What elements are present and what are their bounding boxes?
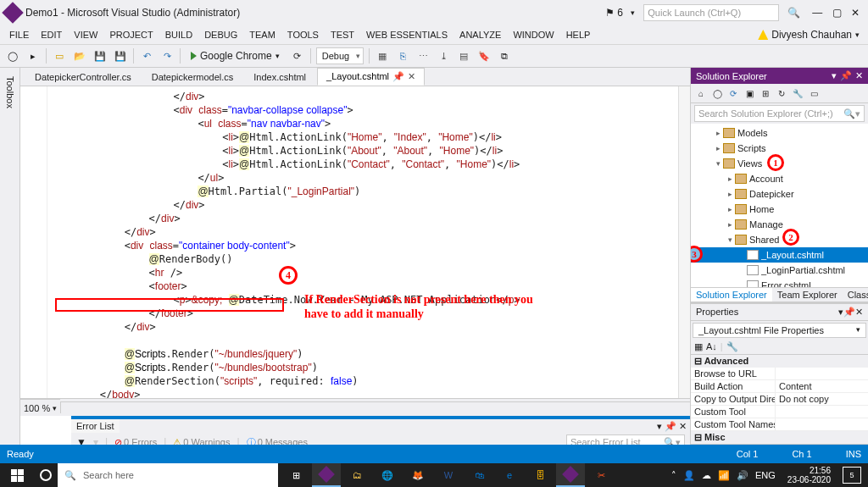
se-bottom-tab[interactable]: Team Explorer	[772, 288, 843, 302]
se-collapse-button[interactable]: ▣	[743, 86, 756, 100]
taskbar-app-ssms[interactable]: 🗄	[526, 463, 554, 487]
se-close-button[interactable]: ✕	[855, 70, 863, 81]
property-row[interactable]: Copy to Output DirecDo not copy	[691, 393, 868, 406]
tree-folder[interactable]: ▸Datepicker	[691, 186, 868, 202]
alphabetical-button[interactable]: A↓	[706, 341, 717, 352]
menu-window[interactable]: WINDOW	[507, 28, 559, 42]
menu-tools[interactable]: TOOLS	[281, 28, 325, 42]
se-back-button[interactable]: ◯	[710, 86, 724, 100]
tb-icon-6[interactable]: 🔖	[476, 48, 492, 64]
close-button[interactable]: ✕	[851, 7, 860, 19]
quick-launch-input[interactable]: Quick Launch (Ctrl+Q)	[643, 4, 779, 21]
se-showall-button[interactable]: ⊞	[759, 86, 772, 100]
refresh-button[interactable]: ⟳	[290, 48, 305, 64]
maximize-button[interactable]: ▢	[832, 7, 842, 19]
horizontal-scrollbar[interactable]	[60, 401, 690, 413]
tb-icon-3[interactable]: ⋯	[415, 48, 431, 64]
new-project-button[interactable]: ▭	[52, 48, 67, 64]
properties-category-advanced[interactable]: ⊟ Advanced	[691, 355, 868, 368]
taskbar-app-store[interactable]: 🛍	[465, 463, 493, 487]
menu-view[interactable]: VIEW	[68, 28, 103, 42]
cortana-button[interactable]	[34, 463, 58, 487]
taskbar-app-edge[interactable]: e	[495, 463, 524, 487]
tree-file[interactable]: _Layout.cshtml	[691, 247, 868, 263]
se-dropdown-button[interactable]: ▾	[832, 70, 837, 81]
open-button[interactable]: 📂	[72, 48, 87, 64]
menu-test[interactable]: TEST	[325, 28, 360, 42]
se-sync-button[interactable]: ⟳	[726, 86, 740, 100]
se-preview-button[interactable]: ▭	[807, 86, 821, 100]
se-bottom-tab[interactable]: Class View	[843, 288, 868, 302]
tray-clock[interactable]: 21:56 23-06-2020	[782, 466, 836, 484]
panel-dropdown-button[interactable]: ▾	[657, 421, 662, 431]
taskbar-search-input[interactable]: 🔍 Search here	[58, 463, 278, 487]
task-view-button[interactable]: ⊞	[281, 463, 310, 487]
tray-network-icon[interactable]: 📶	[718, 470, 730, 481]
tray-onedrive-icon[interactable]: ☁	[702, 470, 711, 481]
doc-tab[interactable]: Index.cshtml	[244, 69, 315, 86]
categorize-button[interactable]: ▦	[694, 341, 703, 352]
property-row[interactable]: Build ActionContent	[691, 380, 868, 393]
configuration-dropdown[interactable]: Debug	[316, 47, 364, 64]
taskbar-app-chrome[interactable]: 🌐	[373, 463, 402, 487]
tb-icon-7[interactable]: ⧉	[497, 48, 512, 64]
tree-folder[interactable]: ▾Shared	[691, 232, 868, 247]
taskbar-app-vs[interactable]	[312, 463, 341, 487]
properties-category-misc[interactable]: ⊟ Misc	[691, 431, 868, 444]
se-pin-button[interactable]: 📌	[840, 70, 852, 81]
tree-folder[interactable]: ▸Manage	[691, 217, 868, 232]
tree-folder[interactable]: ▸Home	[691, 202, 868, 217]
properties-grid[interactable]: ⊟ Advanced Browse to URLBuild ActionCont…	[691, 355, 868, 444]
taskbar-app-explorer[interactable]: 🗂	[342, 463, 371, 487]
tree-folder[interactable]: ▸Models	[691, 125, 868, 141]
taskbar-app-word[interactable]: W	[434, 463, 463, 487]
tray-volume-icon[interactable]: 🔊	[737, 470, 748, 481]
save-button[interactable]: 💾	[92, 48, 108, 64]
menu-help[interactable]: HELP	[560, 28, 597, 42]
start-debug-button[interactable]: Google Chrome ▾	[186, 48, 285, 64]
taskbar-app-vs2[interactable]	[556, 463, 585, 487]
solution-explorer-tree[interactable]: 1 2 3 ▸Models▸Scripts▾Views▸Account▸Date…	[691, 124, 868, 287]
property-row[interactable]: Custom Tool Namesp	[691, 418, 868, 431]
doc-tab[interactable]: _Layout.cshtml📌✕	[317, 68, 425, 86]
menu-build[interactable]: BUILD	[159, 28, 198, 42]
se-bottom-tab[interactable]: Solution Explorer	[691, 288, 772, 302]
vertical-scrollbar[interactable]	[678, 86, 690, 398]
search-icon[interactable]: 🔍	[787, 7, 800, 19]
zoom-level-dropdown[interactable]: 100 % ▾	[20, 399, 60, 416]
props-tool-button[interactable]: 🔧	[726, 341, 738, 352]
panel-pin-button[interactable]: 📌	[665, 421, 676, 431]
tray-people-icon[interactable]: 👤	[683, 470, 695, 481]
doc-tab[interactable]: DatepickerController.cs	[25, 69, 141, 86]
nav-back-button[interactable]: ◯	[5, 48, 20, 64]
panel-close-button[interactable]: ✕	[679, 421, 687, 431]
action-center-button[interactable]: 5	[843, 467, 861, 484]
save-all-button[interactable]: 💾	[113, 48, 128, 64]
toolbox-panel-collapsed[interactable]: Toolbox	[0, 68, 20, 462]
se-properties-button[interactable]: 🔧	[791, 86, 804, 100]
se-home-button[interactable]: ⌂	[694, 86, 708, 100]
tree-file[interactable]: Error.cshtml	[691, 278, 868, 287]
property-row[interactable]: Custom Tool	[691, 406, 868, 418]
taskbar-app-firefox[interactable]: 🦊	[403, 463, 432, 487]
tray-language[interactable]: ENG	[755, 470, 776, 480]
solution-explorer-search-input[interactable]: Search Solution Explorer (Ctrl+;) 🔍▾	[694, 105, 865, 122]
props-pin-button[interactable]: 📌	[843, 307, 855, 317]
doc-tab[interactable]: Datepickermodel.cs	[142, 69, 243, 86]
notifications-flag[interactable]: ⚑6 ▾	[605, 7, 635, 19]
signed-in-user[interactable]: Divyesh Chauhan	[771, 29, 852, 41]
tree-folder[interactable]: ▸Scripts	[691, 141, 868, 156]
code-text-area[interactable]: </div> <div class="navbar-collapse colla…	[47, 86, 690, 398]
tb-icon-4[interactable]: ⤓	[436, 48, 451, 64]
properties-subject-dropdown[interactable]: _Layout.cshtml File Properties▾	[693, 323, 866, 338]
props-close-button[interactable]: ✕	[855, 307, 863, 317]
property-row[interactable]: Browse to URL	[691, 368, 868, 380]
undo-button[interactable]: ↶	[139, 48, 154, 64]
tree-file[interactable]: _LoginPartial.cshtml	[691, 263, 868, 278]
menu-project[interactable]: PROJECT	[103, 28, 159, 42]
menu-debug[interactable]: DEBUG	[198, 28, 243, 42]
menu-file[interactable]: FILE	[3, 28, 35, 42]
tb-icon-2[interactable]: ⎘	[395, 48, 410, 64]
start-button[interactable]	[0, 463, 34, 487]
tray-expand-button[interactable]: ˄	[671, 470, 676, 481]
